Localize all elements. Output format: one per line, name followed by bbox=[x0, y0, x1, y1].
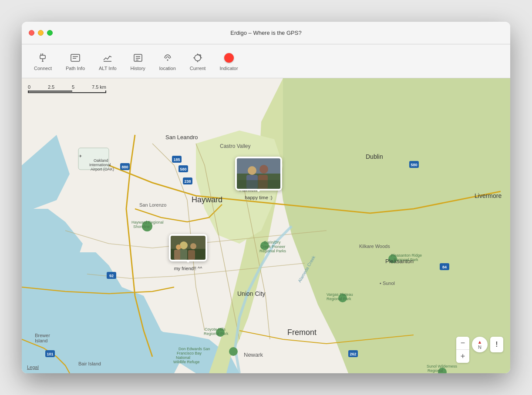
svg-point-114 bbox=[180, 241, 188, 249]
annotation-bubble-2 bbox=[169, 234, 207, 261]
map-terrain: 880 580 580 238 185 92 84 101 262 bbox=[22, 78, 510, 373]
svg-text:Kilkare Woods: Kilkare Woods bbox=[359, 244, 390, 249]
titlebar: Erdigo – Where is the GPS? bbox=[22, 22, 510, 44]
svg-point-116 bbox=[176, 244, 181, 250]
svg-text:Regional Park: Regional Park bbox=[327, 297, 351, 301]
toolbar-history[interactable]: History bbox=[125, 49, 151, 74]
scale-line bbox=[28, 90, 106, 93]
svg-text:Brewer: Brewer bbox=[35, 333, 50, 338]
traffic-lights bbox=[29, 30, 53, 36]
svg-text:National: National bbox=[176, 355, 190, 360]
svg-text:Castro Valley: Castro Valley bbox=[220, 143, 250, 149]
svg-text:262: 262 bbox=[350, 352, 356, 356]
alt-info-label: ALT Info bbox=[99, 66, 117, 71]
toolbar: Connect Path Info ALT Info bbox=[22, 44, 510, 78]
connect-label: Connect bbox=[34, 66, 52, 71]
svg-point-107 bbox=[248, 166, 256, 175]
scale-5: 5 bbox=[72, 84, 74, 90]
svg-text:✈: ✈ bbox=[79, 154, 82, 158]
svg-text:185: 185 bbox=[173, 157, 180, 162]
svg-point-15 bbox=[195, 55, 201, 61]
svg-text:580: 580 bbox=[180, 167, 186, 171]
svg-text:92: 92 bbox=[109, 274, 114, 278]
annotation-photo-1 bbox=[237, 158, 280, 189]
svg-text:Fremont: Fremont bbox=[287, 328, 317, 337]
indicator-icon bbox=[223, 52, 235, 64]
svg-point-14 bbox=[167, 59, 168, 60]
current-label: Current bbox=[190, 66, 206, 71]
svg-point-115 bbox=[190, 243, 196, 249]
svg-text:Hayward Regional: Hayward Regional bbox=[131, 220, 164, 224]
svg-text:Regional Park: Regional Park bbox=[204, 331, 229, 336]
scale-0: 0 bbox=[28, 84, 30, 90]
annotation-happy-time[interactable]: happy time :) bbox=[235, 157, 282, 200]
svg-text:Newark: Newark bbox=[244, 351, 263, 358]
svg-point-5 bbox=[42, 54, 43, 54]
svg-text:Pleasanton Ridge: Pleasanton Ridge bbox=[391, 253, 422, 258]
compass-button[interactable]: ▲ N bbox=[472, 337, 488, 352]
svg-text:580: 580 bbox=[411, 163, 417, 167]
svg-text:• Sunol: • Sunol bbox=[380, 281, 395, 286]
svg-text:Wildlife Refuge: Wildlife Refuge bbox=[173, 360, 200, 364]
maximize-button[interactable] bbox=[47, 30, 53, 36]
zoom-out-button[interactable]: − bbox=[456, 337, 469, 350]
list-icon bbox=[132, 52, 144, 64]
indicator-label: Indicator bbox=[219, 66, 238, 71]
svg-text:Airport (OAK): Airport (OAK) bbox=[91, 167, 114, 171]
svg-text:84: 84 bbox=[442, 265, 447, 269]
svg-point-108 bbox=[259, 165, 268, 174]
svg-text:Regional: Regional bbox=[428, 368, 443, 373]
legal-link[interactable]: Legal bbox=[27, 365, 39, 370]
svg-rect-6 bbox=[71, 54, 80, 61]
svg-rect-118 bbox=[188, 250, 195, 260]
path-info-label: Path Info bbox=[66, 66, 85, 71]
scale-2-5: 2.5 bbox=[48, 84, 54, 90]
svg-text:Livermore: Livermore bbox=[475, 192, 502, 199]
svg-text:Coyote Hills: Coyote Hills bbox=[205, 327, 226, 331]
toolbar-location[interactable]: location bbox=[154, 49, 181, 74]
svg-text:Don Edwards San: Don Edwards San bbox=[178, 347, 210, 351]
toolbar-alt-info[interactable]: ALT Info bbox=[94, 49, 122, 74]
svg-text:San Leandro: San Leandro bbox=[165, 134, 198, 141]
svg-text:Vargas Plateau: Vargas Plateau bbox=[327, 292, 353, 297]
info-button[interactable]: ! bbox=[490, 337, 503, 352]
scale-bar: 0 2.5 5 7.5 km bbox=[28, 84, 106, 93]
zoom-in-button[interactable]: + bbox=[456, 350, 469, 363]
svg-text:Shoreline: Shoreline bbox=[133, 224, 150, 229]
svg-text:Francisco Bay: Francisco Bay bbox=[177, 351, 202, 355]
toolbar-path-info[interactable]: Path Info bbox=[61, 49, 90, 74]
svg-text:Island: Island bbox=[35, 338, 47, 343]
app-window: Erdigo – Where is the GPS? Connect bbox=[22, 22, 510, 373]
svg-text:Preserve: Preserve bbox=[428, 373, 444, 373]
toolbar-current[interactable]: Current bbox=[185, 49, 211, 74]
svg-text:238: 238 bbox=[184, 179, 191, 184]
map-container[interactable]: 880 580 580 238 185 92 84 101 262 bbox=[22, 78, 510, 373]
svg-rect-111 bbox=[237, 180, 280, 189]
svg-text:Union City: Union City bbox=[237, 290, 266, 297]
svg-point-29 bbox=[229, 347, 238, 356]
toolbar-indicator[interactable]: Indicator bbox=[214, 49, 243, 74]
annotation-my-friend[interactable]: my friend!! ^^ bbox=[169, 234, 207, 271]
svg-rect-119 bbox=[174, 250, 180, 260]
annotation-bubble-1 bbox=[235, 157, 282, 191]
history-label: History bbox=[131, 66, 145, 71]
minimize-button[interactable] bbox=[38, 30, 44, 36]
svg-rect-2 bbox=[40, 55, 45, 59]
window-title: Erdigo – Where is the GPS? bbox=[230, 30, 301, 36]
close-button[interactable] bbox=[29, 30, 34, 36]
annotation-label-1: happy time :) bbox=[245, 195, 273, 200]
path-icon bbox=[69, 52, 81, 64]
toolbar-connect[interactable]: Connect bbox=[29, 49, 57, 74]
scale-7-5: 7.5 km bbox=[92, 84, 106, 90]
svg-text:101: 101 bbox=[47, 352, 53, 356]
crosshair-icon bbox=[192, 52, 204, 64]
map-controls: − + ▲ N ! bbox=[456, 337, 503, 363]
annotation-photo-2 bbox=[171, 236, 205, 260]
plug-icon bbox=[37, 52, 49, 64]
svg-text:Sunol Wilderness: Sunol Wilderness bbox=[427, 364, 458, 368]
location-label: location bbox=[159, 66, 176, 71]
annotation-label-2: my friend!! ^^ bbox=[174, 266, 202, 271]
svg-text:Bair Island: Bair Island bbox=[78, 361, 101, 366]
svg-text:Garin/Dry: Garin/Dry bbox=[264, 240, 281, 244]
zoom-controls: − + bbox=[456, 337, 469, 363]
